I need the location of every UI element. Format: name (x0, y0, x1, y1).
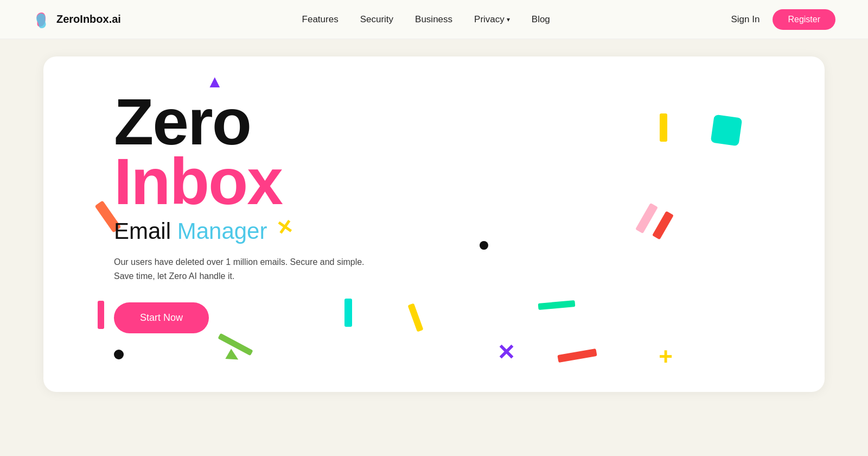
nav-right: Sign In Register (731, 9, 835, 30)
red-bar-bottom-decoration (557, 349, 597, 363)
nav-links: Features Security Business Privacy ▾ Blo… (302, 14, 550, 25)
hero-description: Our users have deleted over 1 million em… (114, 255, 365, 283)
logo[interactable]: ZeroInbox.ai (33, 10, 121, 29)
yellow-plus-bottom-right-decoration: + (659, 343, 673, 370)
nav-item-security[interactable]: Security (360, 14, 393, 25)
chevron-down-icon: ▾ (507, 16, 510, 23)
hero-subtitle-manager: Manager (177, 218, 267, 244)
nav-link-business[interactable]: Business (415, 14, 452, 24)
green-bar-decoration (538, 300, 576, 310)
hero-content: Zero Inbox Email Manager Our users have … (114, 89, 365, 333)
teal-corner-decoration (711, 115, 743, 147)
nav-item-privacy[interactable]: Privacy ▾ (474, 14, 510, 25)
main-wrapper: ▲ ✕ ✕ + ▶ Zero Inbox Email Manager Our u… (0, 39, 868, 409)
yellow-bar-top-right-decoration (660, 113, 667, 142)
nav-item-business[interactable]: Business (415, 14, 452, 25)
nav-item-blog[interactable]: Blog (532, 14, 550, 25)
nav-link-security[interactable]: Security (360, 14, 393, 24)
nav-link-blog[interactable]: Blog (532, 14, 550, 24)
nav-link-privacy[interactable]: Privacy ▾ (474, 14, 510, 25)
red-bar-top-right-decoration (652, 211, 674, 239)
yellow-bar-center-decoration (407, 303, 423, 332)
hero-title-inbox: Inbox (114, 149, 365, 214)
hero-subtitle: Email Manager (114, 218, 365, 244)
logo-text: ZeroInbox.ai (56, 13, 121, 26)
navbar: ZeroInbox.ai Features Security Business … (0, 0, 868, 39)
purple-x-bottom-decoration: ✕ (497, 340, 515, 365)
hero-subtitle-email: Email (114, 218, 177, 244)
start-now-button[interactable]: Start Now (114, 302, 209, 333)
black-dot-left-decoration (114, 350, 124, 359)
nav-item-features[interactable]: Features (302, 14, 339, 25)
pink-bar-top-right-decoration (635, 203, 658, 233)
hero-card: ▲ ✕ ✕ + ▶ Zero Inbox Email Manager Our u… (43, 56, 825, 392)
logo-icon (33, 10, 51, 29)
hero-title-zero: Zero (114, 89, 365, 154)
black-dot-center-decoration (480, 241, 488, 250)
sign-in-button[interactable]: Sign In (731, 14, 760, 25)
register-button[interactable]: Register (773, 9, 835, 30)
pink-bar-decoration (98, 301, 104, 329)
nav-link-features[interactable]: Features (302, 14, 339, 24)
